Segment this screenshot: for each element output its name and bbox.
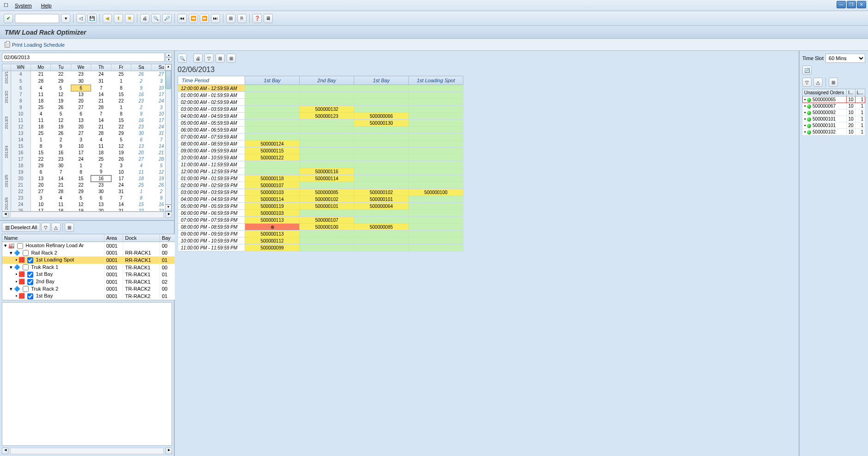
calendar-day[interactable]: 18: [51, 207, 71, 212]
order-row[interactable]: • 500000102101: [803, 129, 865, 135]
calendar-day[interactable]: 15: [71, 175, 91, 182]
cal-hscroll-right[interactable]: ▶: [166, 212, 172, 218]
schedule-cell[interactable]: 500000114: [300, 175, 354, 182]
tree-row[interactable]: • 🟥 1st Loading Spot0001RR-RACK101: [2, 256, 176, 264]
schedule-cell[interactable]: [409, 224, 463, 231]
schedule-cell[interactable]: 500000112: [245, 237, 300, 244]
calendar-day[interactable]: 17: [111, 175, 131, 182]
tree-row[interactable]: • 🟥 1st Bay0001TR-RACK101: [2, 271, 176, 278]
tree-layout-icon[interactable]: ⊞: [65, 223, 74, 232]
schedule-cell[interactable]: 500000085: [300, 189, 354, 196]
calendar-day[interactable]: 25: [111, 71, 131, 78]
schedule-cell[interactable]: [409, 154, 463, 161]
time-slot-select[interactable]: 60 Mins: [825, 54, 865, 63]
expand-icon[interactable]: •: [15, 279, 17, 284]
calendar-day[interactable]: 13: [71, 91, 91, 97]
schedule-cell[interactable]: 500000114: [245, 196, 300, 203]
calendar-day[interactable]: 17: [31, 207, 50, 212]
calendar-day[interactable]: 2: [51, 136, 71, 143]
schedule-cell[interactable]: 500000085: [354, 224, 409, 231]
rack-tree[interactable]: NameAreaDockBay ▾ 🏭 Houston Refinary Loa…: [2, 234, 176, 300]
calendar[interactable]: WNMoTuWeThFrSaSu2013/1421222324252627528…: [2, 64, 172, 212]
node-checkbox[interactable]: [23, 264, 29, 270]
node-checkbox[interactable]: [27, 293, 33, 299]
schedule-cell[interactable]: 500000100: [409, 189, 463, 196]
schedule-cell[interactable]: [354, 99, 409, 106]
calendar-day[interactable]: 15: [131, 201, 151, 207]
schedule-cell[interactable]: [300, 182, 354, 189]
tree-row[interactable]: ▾ 🏭 Houston Refinary Load Ar000100: [2, 242, 176, 249]
calendar-day[interactable]: 30: [91, 188, 111, 195]
schedule-cell[interactable]: [409, 231, 463, 237]
calendar-day[interactable]: 10: [111, 169, 131, 175]
schedule-cell[interactable]: [409, 175, 463, 182]
calendar-day[interactable]: 15: [111, 117, 131, 123]
schedule-cell[interactable]: [354, 168, 409, 175]
schedule-cell[interactable]: [354, 210, 409, 217]
schedule-cell[interactable]: 500000124: [245, 140, 300, 147]
calendar-day[interactable]: 9: [131, 110, 151, 117]
schedule-cell[interactable]: 500000107: [300, 217, 354, 224]
calendar-day[interactable]: 30: [51, 162, 71, 169]
calendar-day[interactable]: 27: [71, 130, 91, 136]
schedule-row[interactable]: 09:00:00 PM - 09:59:59 PM500000113: [178, 231, 463, 237]
calendar-day[interactable]: 26: [131, 71, 151, 78]
order-row[interactable]: • 500000065101: [803, 97, 865, 103]
node-checkbox[interactable]: [23, 250, 29, 256]
schedule-cell[interactable]: [354, 147, 409, 154]
schedule-row[interactable]: 02:00:00 PM - 02:59:59 PM500000107: [178, 182, 463, 189]
calendar-day[interactable]: 11: [31, 91, 50, 97]
first-page-icon[interactable]: ⏮: [178, 14, 187, 23]
calendar-day[interactable]: 8: [31, 143, 50, 149]
date-down-button[interactable]: ▼: [166, 57, 172, 62]
schedule-cell[interactable]: [354, 92, 409, 99]
cal-hscroll-left[interactable]: ◀: [2, 212, 8, 218]
calendar-day[interactable]: 6: [71, 85, 91, 91]
calendar-day[interactable]: 8: [111, 85, 131, 91]
schedule-cell[interactable]: [245, 134, 300, 140]
node-checkbox[interactable]: [23, 286, 29, 292]
order-row[interactable]: • 500000101101: [803, 116, 865, 122]
schedule-cell[interactable]: 500000122: [245, 154, 300, 161]
customize-icon[interactable]: 🖥: [264, 14, 273, 23]
schedule-row[interactable]: 11:00:00 PM - 11:59:59 PM500000099: [178, 244, 463, 251]
calendar-day[interactable]: 6: [91, 195, 111, 201]
schedule-cell[interactable]: [354, 134, 409, 140]
calendar-day[interactable]: 22: [71, 182, 91, 188]
node-checkbox[interactable]: [27, 272, 33, 278]
calendar-day[interactable]: 21: [91, 97, 111, 104]
menu-icon[interactable]: ☐: [4, 2, 8, 8]
schedule-cell[interactable]: [354, 217, 409, 224]
calendar-day[interactable]: 29: [111, 130, 131, 136]
calendar-day[interactable]: 23: [51, 156, 71, 162]
scroll-down-icon[interactable]: ▼: [165, 205, 172, 211]
last-page-icon[interactable]: ⏭: [211, 14, 220, 23]
calendar-day[interactable]: 5: [51, 110, 71, 117]
schedule-row[interactable]: 09:00:00 AM - 09:59:59 AM500000115: [178, 147, 463, 154]
calendar-day[interactable]: 13: [71, 117, 91, 123]
order-row[interactable]: • 500000101201: [803, 122, 865, 129]
calendar-day[interactable]: 28: [51, 188, 71, 195]
expand-icon[interactable]: •: [15, 257, 17, 262]
calendar-day[interactable]: 18: [131, 175, 151, 182]
calendar-day[interactable]: 19: [51, 123, 71, 130]
schedule-cell[interactable]: 500000101: [354, 196, 409, 203]
expand-icon[interactable]: ▾: [10, 264, 12, 270]
order-row[interactable]: • 500000067101: [803, 103, 865, 109]
help-icon[interactable]: ❓: [252, 14, 262, 23]
schedule-cell[interactable]: [245, 161, 300, 168]
schedule-cell[interactable]: 500000132: [300, 106, 354, 113]
calendar-day[interactable]: 8: [111, 110, 131, 117]
calendar-day[interactable]: 25: [131, 182, 151, 188]
schedule-cell[interactable]: [300, 140, 354, 147]
orders-filter-up-icon[interactable]: △: [813, 78, 823, 87]
tree-row[interactable]: ▾ 🔷 Rail Rack 20001RR-RACK100: [2, 249, 176, 257]
calendar-day[interactable]: 29: [51, 78, 71, 85]
print-schedule-link[interactable]: Print Loading Schedule: [5, 42, 65, 48]
calendar-day[interactable]: 12: [71, 201, 91, 207]
orders-refresh-icon[interactable]: 🔄: [802, 66, 812, 75]
calendar-day[interactable]: 20: [71, 97, 91, 104]
expand-icon[interactable]: •: [15, 271, 17, 277]
cancel-icon[interactable]: ✖: [125, 14, 134, 23]
calendar-day[interactable]: 8: [131, 195, 151, 201]
